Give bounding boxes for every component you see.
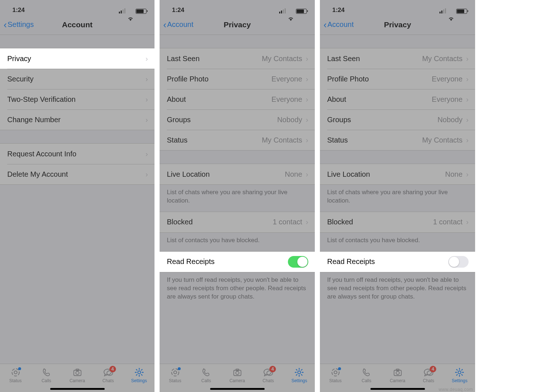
list-row[interactable]: Security› xyxy=(0,69,154,89)
chevron-right-icon: › xyxy=(466,218,469,226)
chevron-right-icon: › xyxy=(306,75,308,83)
back-button[interactable]: ‹ Account xyxy=(163,20,193,29)
tab-label: Chats xyxy=(103,378,114,383)
phone-screen: 1:24 ‹ Account Privacy Last SeenMy Conta… xyxy=(320,0,475,392)
tab-label: Status xyxy=(9,378,21,383)
chats-icon: 4 xyxy=(263,367,274,377)
battery-icon xyxy=(136,9,146,14)
row-label: Two-Step Verification xyxy=(7,95,76,104)
back-button[interactable]: ‹ Account xyxy=(324,20,354,29)
wifi-icon xyxy=(288,9,294,14)
row-label: Last Seen xyxy=(167,55,200,63)
list-row[interactable]: StatusMy Contacts› xyxy=(320,130,475,150)
status-time: 1:24 xyxy=(12,7,25,14)
settings-icon xyxy=(134,367,145,377)
tab-camera[interactable]: Camera xyxy=(62,364,93,386)
tab-status[interactable]: Status xyxy=(160,364,190,386)
read-receipts-toggle[interactable] xyxy=(448,256,469,268)
row-value: My Contacts xyxy=(262,136,302,144)
chevron-right-icon: › xyxy=(466,170,469,179)
chevron-right-icon: › xyxy=(145,95,148,104)
svg-point-15 xyxy=(298,371,301,374)
chevron-right-icon: › xyxy=(306,55,308,63)
chevron-left-icon: ‹ xyxy=(163,20,166,29)
chevron-left-icon: ‹ xyxy=(4,20,7,29)
list-row[interactable]: GroupsNobody› xyxy=(320,109,475,130)
row-value: My Contacts xyxy=(262,55,302,63)
row-label: Profile Photo xyxy=(167,75,209,83)
tab-label: Calls xyxy=(362,378,372,383)
row-label: About xyxy=(167,95,186,104)
tab-label: Camera xyxy=(229,378,245,383)
tab-settings[interactable]: Settings xyxy=(284,364,315,386)
back-label: Account xyxy=(328,20,354,29)
svg-point-1 xyxy=(14,371,17,374)
status-icon xyxy=(10,367,21,377)
svg-point-11 xyxy=(236,371,239,375)
list-row[interactable]: Profile PhotoEveryone› xyxy=(160,69,315,89)
tab-chats[interactable]: 4 Chats xyxy=(413,364,444,386)
read-receipts-toggle[interactable] xyxy=(288,256,308,268)
row-value: Nobody xyxy=(277,116,302,124)
list-row[interactable]: GroupsNobody› xyxy=(160,109,315,130)
list-row[interactable]: Two-Step Verification› xyxy=(0,89,154,109)
tab-settings[interactable]: Settings xyxy=(124,364,154,386)
tab-label: Camera xyxy=(69,378,85,383)
signal-icon xyxy=(439,9,446,13)
svg-rect-4 xyxy=(76,369,79,371)
list-row[interactable]: Privacy› xyxy=(0,48,154,69)
row-value: Everyone xyxy=(272,95,302,104)
camera-icon xyxy=(72,367,83,377)
chevron-right-icon: › xyxy=(306,218,308,226)
tab-chats[interactable]: 4 Chats xyxy=(253,364,284,386)
list-row[interactable]: Blocked1 contact› xyxy=(160,212,315,232)
tab-calls[interactable]: Calls xyxy=(31,364,62,386)
watermark: www.deuaq.com xyxy=(438,387,473,392)
tab-label: Settings xyxy=(292,378,307,383)
chevron-right-icon: › xyxy=(306,116,308,124)
list-row[interactable]: AboutEveryone› xyxy=(320,89,475,109)
list-row[interactable]: Last SeenMy Contacts› xyxy=(320,48,475,69)
row-label: Blocked xyxy=(167,218,193,226)
list-row[interactable]: StatusMy Contacts› xyxy=(160,130,315,150)
list-row[interactable]: Blocked1 contact› xyxy=(320,212,475,232)
list-row[interactable]: Live LocationNone› xyxy=(320,164,475,184)
tab-calls[interactable]: Calls xyxy=(351,364,382,386)
list-row[interactable]: Request Account Info› xyxy=(0,144,154,164)
tab-settings[interactable]: Settings xyxy=(444,364,475,386)
status-dot xyxy=(18,367,21,370)
list-row[interactable]: Change Number› xyxy=(0,109,154,130)
signal-icon xyxy=(279,9,286,13)
badge: 4 xyxy=(430,366,436,372)
list-row[interactable]: Live LocationNone› xyxy=(160,164,315,184)
svg-point-16 xyxy=(332,369,339,376)
tab-chats[interactable]: 4 Chats xyxy=(93,364,124,386)
row-value: 1 contact xyxy=(433,218,462,226)
row-label: Request Account Info xyxy=(7,150,76,158)
tab-calls[interactable]: Calls xyxy=(190,364,221,386)
status-bar: 1:24 xyxy=(0,0,154,15)
list-row[interactable]: AboutEveryone› xyxy=(160,89,315,109)
chevron-right-icon: › xyxy=(145,55,148,63)
calls-icon xyxy=(201,367,212,377)
row-value: My Contacts xyxy=(422,55,462,63)
phone-screen: 1:24 ‹ Account Privacy Last SeenMy Conta… xyxy=(160,0,315,392)
row-label: Profile Photo xyxy=(327,75,369,83)
chevron-right-icon: › xyxy=(466,136,469,144)
list-row[interactable]: Delete My Account› xyxy=(0,164,154,184)
status-bar: 1:24 xyxy=(160,0,315,15)
row-label: Security xyxy=(7,75,33,83)
tab-camera[interactable]: Camera xyxy=(222,364,253,386)
back-button[interactable]: ‹ Settings xyxy=(4,20,34,29)
list-row[interactable]: Profile PhotoEveryone› xyxy=(320,69,475,89)
camera-icon xyxy=(392,367,403,377)
row-value: My Contacts xyxy=(422,136,462,144)
tab-status[interactable]: Status xyxy=(320,364,351,386)
list-row[interactable]: Last SeenMy Contacts› xyxy=(160,48,315,69)
tab-camera[interactable]: Camera xyxy=(382,364,413,386)
svg-point-17 xyxy=(334,371,337,374)
tab-status[interactable]: Status xyxy=(0,364,31,386)
row-label: Privacy xyxy=(7,55,31,63)
chevron-right-icon: › xyxy=(306,95,308,104)
status-dot xyxy=(178,367,181,370)
